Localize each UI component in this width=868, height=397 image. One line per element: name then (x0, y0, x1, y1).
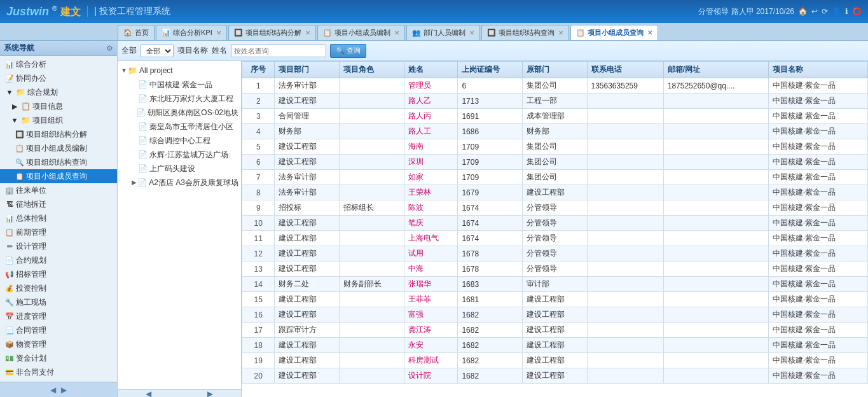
refresh-icon[interactable]: ⟳ (822, 7, 828, 16)
tab-org-query-close[interactable]: ✕ (558, 29, 563, 36)
cell-role (340, 261, 404, 277)
tab-team-query-close[interactable]: ✕ (647, 29, 652, 36)
sidebar-item-site[interactable]: 🔧 施工现场 (0, 295, 117, 309)
table-row: 4 财务部 路人工 1686 财务部 中国核建·紫金一品 (242, 124, 868, 139)
tab-team-query[interactable]: 📋 项目小组成员查询 ✕ (570, 25, 658, 40)
cell-name[interactable]: 龚江涛 (404, 323, 458, 338)
sidebar-item-office[interactable]: 📝 协同办公 (0, 71, 117, 85)
cell-name[interactable]: 管理员 (404, 78, 458, 94)
sidebar-scroll-left[interactable]: ◀ (50, 386, 56, 394)
sidebar-item-teamquery-label: 项目小组成员查询 (26, 171, 87, 182)
search-button[interactable]: 🔍 查询 (330, 44, 366, 58)
cell-name[interactable]: 笔庆 (404, 216, 458, 231)
tree-item-1[interactable]: 📄 东北旺万家灯火大厦工程 (118, 92, 241, 106)
cell-email (663, 338, 768, 353)
sidebar-item-progress[interactable]: 📅 进度管理 (0, 309, 117, 323)
cell-project: 中国核建·紫金一品 (768, 368, 867, 384)
tab-dept-edit[interactable]: 👥 部门人员编制 ✕ (406, 25, 480, 40)
tree-item-6[interactable]: 📄 上广码头建设 (118, 162, 241, 176)
tab-org-struct-close[interactable]: ✕ (305, 29, 310, 36)
col-cert: 上岗证编号 (458, 62, 523, 78)
tree-item-7[interactable]: ▶ 📄 A2酒店 A3会所及康复球场 (118, 176, 241, 190)
scope-select[interactable]: 全部 项目 (141, 45, 174, 57)
cell-role (340, 170, 404, 185)
sidebar-item-orgquery[interactable]: 🔍 项目组织结构查询 (0, 155, 117, 169)
cell-name[interactable]: 中海 (404, 261, 458, 277)
sidebar-item-projorg[interactable]: ▼ 📁 项目组织 (0, 113, 117, 127)
sidebar-item-material[interactable]: 📦 物资管理 (0, 337, 117, 351)
sidebar-item-preproject[interactable]: 📋 前期管理 (0, 225, 117, 239)
cell-dept: 法务审计部 (275, 78, 340, 94)
sidebar-item-planning-label: 综合规划 (27, 87, 58, 98)
cell-name[interactable]: 试用 (404, 246, 458, 261)
sidebar-item-bidding-label: 招标管理 (16, 268, 46, 280)
tree-root[interactable]: ▼ 📁 All project (118, 64, 241, 78)
sidebar-item-teamquery[interactable]: 📋 项目小组成员查询 (0, 169, 117, 183)
cell-name[interactable]: 富强 (404, 307, 458, 323)
sidebar: 系统导航 ⚙ 📊 综合分析 📝 协同办公 ▼ 📁 综合规划 ▶ 📋 项目信息 (0, 41, 118, 397)
cell-role (340, 292, 404, 307)
settings-icon[interactable]: ⭕ (852, 7, 862, 16)
cell-name[interactable]: 张瑞华 (404, 277, 458, 292)
sidebar-item-design[interactable]: ✏ 设计管理 (0, 239, 117, 253)
sidebar-item-projinfo[interactable]: ▶ 📋 项目信息 (0, 99, 117, 113)
sidebar-item-contract[interactable]: 📃 合同管理 (0, 323, 117, 337)
tab-home[interactable]: 🏠 首页 (118, 25, 155, 40)
tab-dept-edit-close[interactable]: ✕ (469, 29, 474, 36)
back-icon[interactable]: ↩ (811, 7, 818, 16)
sidebar-item-planning[interactable]: ▼ 📁 综合规划 (0, 85, 117, 99)
tree-item-3[interactable]: 📄 秦皇岛市玉帝湾居住小区 (118, 120, 241, 134)
tab-kpi-close[interactable]: ✕ (216, 29, 221, 36)
home-icon[interactable]: 🏠 (798, 7, 808, 16)
sidebar-item-units[interactable]: 🏢 往来单位 (0, 183, 117, 197)
tree-scroll-left[interactable]: ◀ (146, 389, 151, 398)
cell-name[interactable]: 路人乙 (404, 94, 458, 109)
tab-team-edit[interactable]: 📋 项目小组成员编制 ✕ (317, 25, 405, 40)
sidebar-item-analysis[interactable]: 📊 综合分析 (0, 57, 117, 71)
info-icon[interactable]: ℹ (845, 7, 848, 16)
cell-phone (587, 155, 663, 170)
cell-name[interactable]: 路人丙 (404, 109, 458, 124)
cell-name[interactable]: 设计院 (404, 368, 458, 384)
tree-item-5[interactable]: 📄 永辉-江苏盐城万达广场 (118, 148, 241, 162)
sidebar-item-contract-plan[interactable]: 📄 合约规划 (0, 253, 117, 267)
cell-dept: 建设工程部 (275, 261, 340, 277)
sidebar-item-orgstruct[interactable]: 🔲 项目组织结构分解 (0, 127, 117, 141)
sidebar-item-funds[interactable]: 💵 资金计划 (0, 351, 117, 365)
tab-org-struct[interactable]: 🔲 项目组织结构分解 ✕ (228, 25, 316, 40)
user-icon[interactable]: 👤 (832, 7, 841, 16)
cell-name[interactable]: 深圳 (404, 155, 458, 170)
scope-label: 全部 (121, 45, 137, 56)
tree-item-4-icon: 📄 (138, 135, 148, 146)
cell-name[interactable]: 王荣林 (404, 185, 458, 200)
tree-item-2[interactable]: 📄 朝阳区奥体南区OS-02地块 (118, 106, 241, 120)
sidebar-scroll-right[interactable]: ▶ (61, 386, 67, 394)
tree-scroll-right[interactable]: ▶ (207, 389, 213, 398)
tab-org-query[interactable]: 🔲 项目组织结构查询 ✕ (481, 25, 569, 40)
tree-item-0[interactable]: 📄 中国核建·紫金一品 (118, 78, 241, 92)
cell-phone (587, 353, 663, 368)
tree-item-4[interactable]: 📄 综合调控中心工程 (118, 134, 241, 148)
sidebar-gear-icon[interactable]: ⚙ (106, 44, 113, 53)
cell-name[interactable]: 王菲菲 (404, 292, 458, 307)
tree-root-label: All project (139, 65, 173, 76)
sidebar-item-noncontract[interactable]: 💳 非合同支付 (0, 365, 117, 379)
cell-name[interactable]: 路人工 (404, 124, 458, 139)
cell-name[interactable]: 上海电气 (404, 231, 458, 246)
cell-name[interactable]: 永安 (404, 338, 458, 353)
cell-project: 中国核建·紫金一品 (768, 277, 867, 292)
cell-dept: 建设工程部 (275, 231, 340, 246)
tab-kpi[interactable]: 📊 综合分析KPI ✕ (156, 25, 227, 40)
cell-name[interactable]: 陈波 (404, 200, 458, 216)
sidebar-item-investment[interactable]: 💰 投资控制 (0, 281, 117, 295)
tab-team-edit-close[interactable]: ✕ (394, 29, 399, 36)
cell-phone (587, 323, 663, 338)
sidebar-item-land[interactable]: 🏗 征地拆迁 (0, 197, 117, 211)
sidebar-item-overall[interactable]: 📊 总体控制 (0, 211, 117, 225)
cell-name[interactable]: 科房测试 (404, 353, 458, 368)
sidebar-item-teamedit[interactable]: 📋 项目小组成员编制 (0, 141, 117, 155)
sidebar-item-bidding[interactable]: 📢 招标管理 (0, 267, 117, 281)
cell-name[interactable]: 如家 (404, 170, 458, 185)
cell-name[interactable]: 海南 (404, 139, 458, 155)
search-input[interactable] (231, 45, 326, 57)
